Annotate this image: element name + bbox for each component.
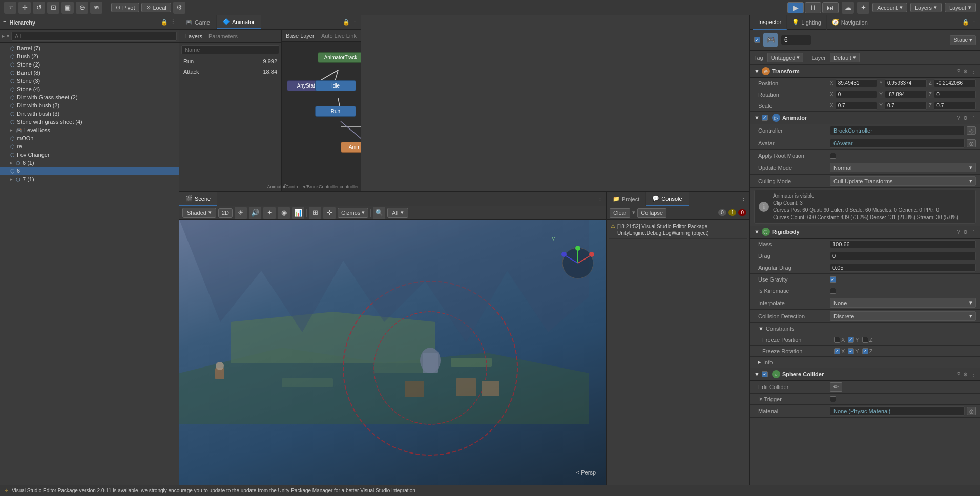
angular-drag-input[interactable] [830, 264, 976, 272]
animator-component-header[interactable]: ▼ ✓ ▷ Animator ? ⚙ ⋮ [750, 112, 980, 124]
pivot-dropdown[interactable]: ⊙ Pivot [111, 3, 139, 12]
params-tab[interactable]: Parameters [206, 32, 240, 40]
move-scene-icon[interactable]: ✛ [323, 207, 336, 219]
list-item[interactable]: ⬡ Barrel (7) [0, 44, 179, 52]
pos-z-input[interactable] [934, 79, 976, 87]
hierarchy-search-input[interactable] [11, 32, 177, 41]
culling-mode-dropdown[interactable]: Cull Update Transforms ▾ [830, 176, 976, 186]
inspector-lock-icon[interactable]: 🔒 [962, 19, 969, 26]
inspector-menu-icon[interactable]: ⋮ [971, 19, 977, 26]
pause-button[interactable]: ⏸ [805, 2, 821, 13]
list-item[interactable]: ▸ ⬡ 6 (1) [0, 159, 179, 167]
apply-root-motion-checkbox[interactable] [830, 153, 836, 159]
sphere-collider-menu-icon[interactable]: ⋮ [971, 372, 976, 377]
state-animatorstate[interactable]: AnimatorState [341, 142, 361, 153]
effects-icon[interactable]: ✦ [263, 207, 276, 219]
static-dropdown[interactable]: Static ▾ [950, 35, 976, 45]
interpolate-dropdown[interactable]: None ▾ [830, 298, 976, 308]
object-name-input[interactable] [781, 35, 811, 45]
sphere-collider-help-icon[interactable]: ? [957, 372, 960, 377]
account-dropdown[interactable]: Account ▾ [872, 3, 907, 12]
list-item[interactable]: ⬡ Stone (3) [0, 77, 179, 85]
gizmos-button[interactable]: Gizmos ▾ [338, 208, 368, 218]
transform-settings-icon[interactable]: ⚙ [963, 69, 968, 74]
list-item[interactable]: ⬡ re [0, 142, 179, 150]
use-gravity-checkbox[interactable]: ✓ [830, 276, 836, 283]
state-run[interactable]: Run [315, 106, 356, 117]
freeze-pos-y-checkbox[interactable]: ✓ [848, 337, 854, 343]
freeze-rot-z-checkbox[interactable]: ✓ [862, 348, 868, 354]
hidden-icon[interactable]: ◉ [278, 207, 290, 219]
drag-input[interactable] [830, 252, 976, 260]
scene-tools-icon[interactable]: ⊞ [309, 207, 321, 219]
material-pick-btn[interactable]: ◎ [967, 407, 976, 415]
rigidbody-component-header[interactable]: ▼ ⬡ Rigidbody ? ⚙ ⋮ [750, 226, 980, 239]
sphere-collider-settings-icon[interactable]: ⚙ [963, 372, 968, 377]
list-item[interactable]: ▸ 🎮 LevelBoss [0, 126, 179, 134]
pos-x-input[interactable] [836, 79, 878, 87]
edit-collider-button[interactable]: ✏ [830, 382, 842, 392]
hierarchy-expand-icon[interactable]: ▸ [2, 33, 5, 39]
pos-y-input[interactable] [885, 79, 927, 87]
custom-tool-icon[interactable]: ≋ [90, 2, 102, 14]
2d-button[interactable]: 2D [218, 208, 233, 218]
sphere-collider-component-header[interactable]: ▼ ✓ ○ Sphere Collider ? ⚙ ⋮ [750, 368, 980, 381]
state-idle[interactable]: Idle [315, 80, 356, 91]
transform-help-icon[interactable]: ? [957, 69, 960, 74]
update-mode-dropdown[interactable]: Normal ▾ [830, 163, 976, 172]
hand-tool-icon[interactable]: ☞ [4, 2, 16, 14]
scale-x-input[interactable] [836, 102, 878, 110]
rigidbody-menu-icon[interactable]: ⋮ [971, 229, 976, 235]
rigidbody-settings-icon[interactable]: ⚙ [963, 229, 968, 235]
scale-z-input[interactable] [934, 102, 976, 110]
animator-settings-icon[interactable]: ⚙ [963, 115, 968, 121]
scene-viewport[interactable]: < Persp y [179, 220, 606, 496]
animator-menu-icon[interactable]: ⋮ [971, 115, 976, 121]
list-item[interactable]: ⬡ Stone with grass sheet (4) [0, 118, 179, 126]
list-item[interactable]: ⬡ Stone (4) [0, 85, 179, 93]
rect-tool-icon[interactable]: ▣ [61, 2, 74, 14]
shading-dropdown[interactable]: Shaded ▾ [182, 208, 216, 218]
hierarchy-collapse-icon[interactable]: ≡ [3, 19, 6, 26]
freeze-rot-x-checkbox[interactable]: ✓ [834, 348, 840, 354]
list-item[interactable]: ▸ ⬡ 7 (1) [0, 175, 179, 183]
avatar-pick-btn[interactable]: ◎ [967, 139, 976, 147]
list-item[interactable]: ⬡ mOOn [0, 134, 179, 142]
hierarchy-lock-icon[interactable]: 🔒 [161, 19, 168, 26]
layers-tab[interactable]: Layers [183, 32, 204, 40]
constraints-header-row[interactable]: ▼ Constraints [750, 323, 980, 334]
stats-icon[interactable]: 📊 [292, 207, 304, 219]
tag-dropdown[interactable]: Untagged ▾ [767, 53, 804, 62]
mass-input[interactable] [830, 240, 976, 248]
sphere-collider-enable-checkbox[interactable]: ✓ [762, 371, 768, 377]
is-trigger-checkbox[interactable] [830, 396, 836, 402]
step-button[interactable]: ⏭ [822, 2, 839, 13]
info-field[interactable]: ▸ Info [750, 357, 980, 368]
list-item[interactable]: ⬡ Dirt with Grass sheet (2) [0, 93, 179, 101]
list-item[interactable]: ⬡ Barrel (8) [0, 69, 179, 77]
collapse-button[interactable]: Collapse [637, 208, 666, 218]
state-animatortrack[interactable]: AnimatorTrack [318, 52, 361, 63]
transform-component-header[interactable]: ▼ ⊕ Transform ? ⚙ ⋮ [750, 65, 980, 78]
list-item[interactable]: ⬡ Stone (2) [0, 60, 179, 69]
lighting-icon[interactable]: ☀ [235, 207, 247, 219]
tab-lock-icon[interactable]: 🔒 [343, 19, 350, 26]
rigidbody-help-icon[interactable]: ? [957, 229, 960, 235]
tab-animator[interactable]: 🔷 Animator [217, 15, 261, 29]
rotate-tool-icon[interactable]: ↺ [33, 2, 45, 14]
tab-console[interactable]: 💬 Console [646, 192, 689, 206]
console-menu-icon[interactable]: ⋮ [741, 196, 746, 202]
tab-project[interactable]: 📁 Project [607, 192, 646, 206]
list-item[interactable]: ⬡ Dirt with bush (3) [0, 110, 179, 118]
collision-detection-dropdown[interactable]: Discrete ▾ [830, 311, 976, 321]
console-entry[interactable]: ⚠ [18:21:52] Visual Studio Editor Packag… [609, 222, 747, 239]
list-item-selected[interactable]: ⬡ 6 [0, 167, 179, 175]
misc-tool-icon[interactable]: ⚙ [173, 2, 185, 14]
list-item[interactable]: ⬡ Bush (2) [0, 52, 179, 60]
scale-y-input[interactable] [885, 102, 927, 110]
transform-menu-icon[interactable]: ⋮ [971, 69, 976, 74]
tab-navigation[interactable]: 🧭 Navigation [827, 15, 873, 30]
tab-game[interactable]: 🎮 Game [179, 15, 217, 29]
object-active-checkbox[interactable]: ✓ [754, 37, 760, 43]
animator-help-icon[interactable]: ? [957, 115, 960, 121]
